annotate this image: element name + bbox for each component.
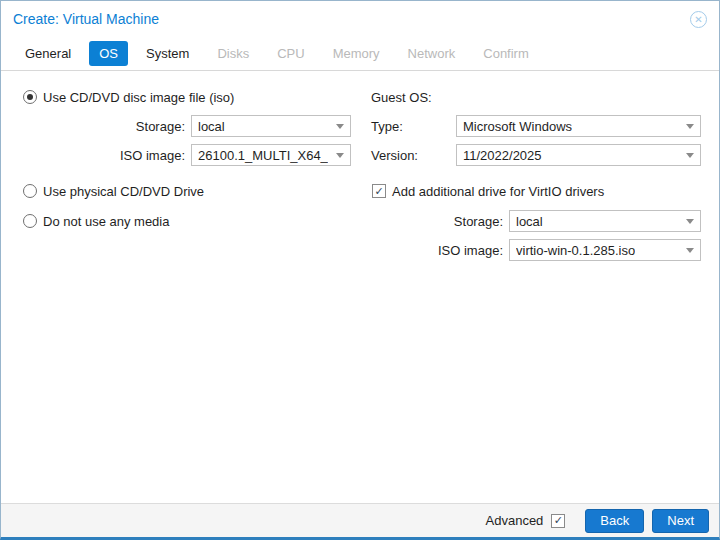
left-storage-label: Storage: (15, 119, 191, 134)
left-iso-value: 26100.1_MULTI_X64_ (198, 148, 328, 163)
dialog-title: Create: Virtual Machine (13, 11, 159, 27)
tab-network: Network (398, 41, 466, 66)
radio-no-media[interactable] (23, 214, 37, 228)
virtio-checkbox[interactable]: ✓ (372, 184, 386, 198)
radio-row-no-media[interactable]: Do not use any media (15, 209, 365, 233)
dialog-titlebar: Create: Virtual Machine ✕ (1, 1, 719, 37)
guest-type-value: Microsoft Windows (463, 119, 572, 134)
guest-os-header: Guest OS: (371, 90, 432, 105)
guest-version-label: Version: (371, 148, 456, 163)
guest-os-panel: Guest OS: Type: Microsoft Windows Versio… (371, 85, 701, 503)
advanced-label[interactable]: Advanced (486, 513, 544, 528)
guest-os-header-row: Guest OS: (371, 85, 701, 109)
os-tab-content: Use CD/DVD disc image file (iso) Storage… (1, 71, 719, 503)
advanced-checkbox[interactable]: ✓ (551, 514, 565, 528)
guest-type-select[interactable]: Microsoft Windows (456, 115, 701, 137)
tab-disks: Disks (207, 41, 259, 66)
virtio-checkbox-row[interactable]: ✓ Add additional drive for VirtIO driver… (371, 179, 701, 203)
radio-no-media-label[interactable]: Do not use any media (43, 214, 169, 229)
radio-physical-drive[interactable] (23, 184, 37, 198)
radio-use-iso[interactable] (23, 90, 37, 104)
close-icon[interactable]: ✕ (690, 11, 707, 28)
footer-bar: Advanced ✓ Back Next (1, 503, 719, 537)
radio-physical-drive-label[interactable]: Use physical CD/DVD Drive (43, 184, 204, 199)
guest-type-row: Type: Microsoft Windows (371, 114, 701, 138)
check-icon: ✓ (374, 186, 383, 197)
right-storage-row: Storage: local (371, 209, 701, 233)
chevron-down-icon[interactable] (686, 248, 694, 253)
left-iso-select[interactable]: 26100.1_MULTI_X64_ (191, 144, 351, 166)
left-storage-select[interactable]: local (191, 115, 351, 137)
check-icon: ✓ (554, 515, 563, 526)
back-button[interactable]: Back (585, 509, 644, 533)
tab-os[interactable]: OS (89, 41, 128, 66)
tab-general[interactable]: General (15, 41, 81, 66)
left-iso-label: ISO image: (15, 148, 191, 163)
right-iso-row: ISO image: virtio-win-0.1.285.iso (371, 238, 701, 262)
media-panel: Use CD/DVD disc image file (iso) Storage… (15, 85, 365, 503)
guest-version-row: Version: 11/2022/2025 (371, 143, 701, 167)
left-storage-value: local (198, 119, 225, 134)
chevron-down-icon[interactable] (336, 124, 344, 129)
tab-cpu: CPU (267, 41, 314, 66)
chevron-down-icon[interactable] (686, 153, 694, 158)
right-storage-select[interactable]: local (509, 210, 701, 232)
left-iso-row: ISO image: 26100.1_MULTI_X64_ (15, 143, 365, 167)
radio-row-physical[interactable]: Use physical CD/DVD Drive (15, 179, 365, 203)
tab-system[interactable]: System (136, 41, 199, 66)
left-storage-row: Storage: local (15, 114, 365, 138)
chevron-down-icon[interactable] (686, 219, 694, 224)
chevron-down-icon[interactable] (336, 153, 344, 158)
guest-version-value: 11/2022/2025 (463, 148, 542, 163)
tab-confirm: Confirm (473, 41, 539, 66)
right-iso-value: virtio-win-0.1.285.iso (516, 243, 635, 258)
tab-memory: Memory (323, 41, 390, 66)
radio-use-iso-label[interactable]: Use CD/DVD disc image file (iso) (43, 90, 234, 105)
right-storage-value: local (516, 214, 543, 229)
right-iso-label: ISO image: (438, 243, 509, 258)
guest-version-select[interactable]: 11/2022/2025 (456, 144, 701, 166)
right-iso-select[interactable]: virtio-win-0.1.285.iso (509, 239, 701, 261)
next-button[interactable]: Next (652, 509, 709, 533)
virtio-checkbox-label[interactable]: Add additional drive for VirtIO drivers (392, 184, 604, 199)
radio-row-use-iso[interactable]: Use CD/DVD disc image file (iso) (15, 85, 365, 109)
guest-type-label: Type: (371, 119, 456, 134)
right-storage-label: Storage: (454, 214, 509, 229)
chevron-down-icon[interactable] (686, 124, 694, 129)
create-vm-dialog: Create: Virtual Machine ✕ General OS Sys… (0, 0, 720, 540)
tab-bar: General OS System Disks CPU Memory Netwo… (1, 37, 719, 71)
